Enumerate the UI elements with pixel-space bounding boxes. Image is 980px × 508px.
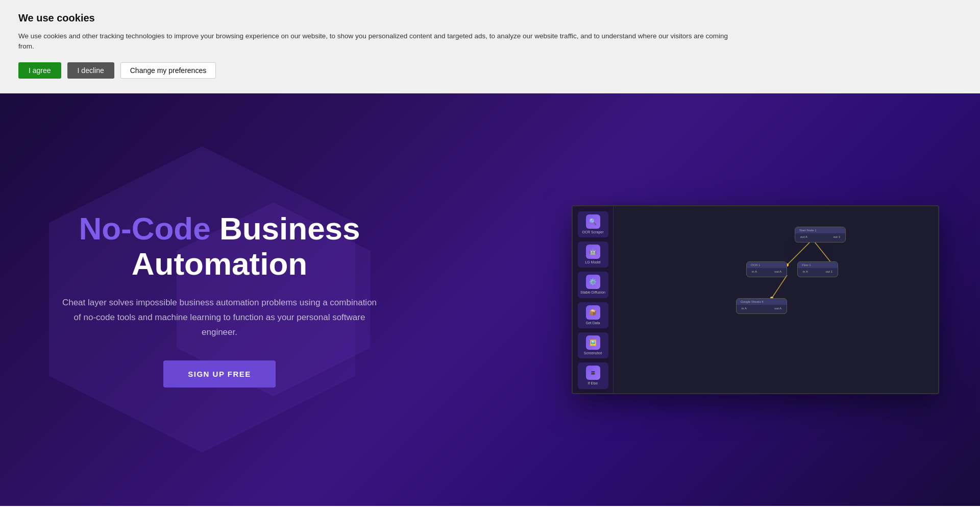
lg-model-label: LG Model [585, 260, 600, 264]
hero-right-content: 🔍 OCR Scraper 🤖 LG Model ⚙️ Stable Diffu… [572, 205, 939, 394]
flow-node-start-header: Start Node 1 [795, 227, 845, 233]
sidebar-tool-get-data[interactable]: 📦 Get Data [578, 302, 608, 328]
change-preferences-button[interactable]: Change my preferences [120, 62, 216, 79]
svg-line-2 [772, 275, 787, 298]
sidebar-tool-lg-model[interactable]: 🤖 LG Model [578, 241, 608, 268]
cookie-description: We use cookies and other tracking techno… [18, 31, 733, 52]
stable-diffusion-label: Stable Diffusion [580, 291, 605, 295]
sidebar-tool-augments[interactable]: A Augments [578, 393, 608, 394]
sidebar-tool-if-else[interactable]: ≡ If Else [578, 362, 608, 389]
flow-node-google-header: Google Sheets 4 [737, 299, 787, 305]
sidebar-tool-stable-diffusion[interactable]: ⚙️ Stable Diffusion [578, 272, 608, 298]
cookie-title: We use cookies [18, 12, 962, 24]
get-data-icon: 📦 [586, 305, 600, 320]
flow-node-start: Start Node 1 out Aout 1 [795, 227, 846, 243]
app-canvas: Start Node 1 out Aout 1 OCR 1 in Aout A … [614, 206, 938, 393]
hero-section: No-Code Business Automation Cheat layer … [0, 93, 980, 506]
flow-node-ocr: OCR 1 in Aout A [746, 261, 787, 277]
cookie-banner: We use cookies We use cookies and other … [0, 0, 980, 93]
ocr-scraper-icon: 🔍 [586, 214, 600, 229]
flow-node-google-sheets: Google Sheets 4 in Aout A [736, 298, 787, 314]
flow-node-flow1-header: Flow 1 [798, 262, 838, 268]
hero-title-highlight: No-Code [79, 211, 210, 246]
flow-node-ocr-header: OCR 1 [747, 262, 787, 268]
stable-diffusion-icon: ⚙️ [586, 275, 600, 289]
cookie-buttons: I agree I decline Change my preferences [18, 62, 962, 79]
flow-node-google-port: in Aout A [742, 307, 781, 310]
flow-node-start-port: out Aout 1 [800, 235, 840, 238]
get-data-label: Get Data [585, 321, 600, 325]
sidebar-tool-screenshot[interactable]: 🖼️ Screenshot [578, 332, 608, 358]
ocr-scraper-label: OCR Scraper [582, 230, 603, 234]
decline-button[interactable]: I decline [67, 62, 114, 79]
screenshot-icon: 🖼️ [586, 335, 600, 350]
hero-title: No-Code Business Automation [61, 211, 378, 281]
flow-node-flow1: Flow 1 in Aout 1 [797, 261, 838, 277]
if-else-icon: ≡ [586, 366, 600, 380]
if-else-label: If Else [588, 381, 598, 385]
flow-node-ocr-port: in Aout A [752, 270, 781, 273]
hero-description: Cheat layer solves impossible business a… [61, 296, 378, 340]
app-sidebar: 🔍 OCR Scraper 🤖 LG Model ⚙️ Stable Diffu… [573, 206, 614, 393]
sidebar-tool-ocr-scraper[interactable]: 🔍 OCR Scraper [578, 211, 608, 237]
app-screenshot: 🔍 OCR Scraper 🤖 LG Model ⚙️ Stable Diffu… [572, 205, 939, 394]
hero-left-content: No-Code Business Automation Cheat layer … [61, 211, 378, 387]
screenshot-label: Screenshot [584, 351, 602, 355]
agree-button[interactable]: I agree [18, 62, 61, 79]
signup-button[interactable]: SIGN UP FREE [163, 360, 276, 388]
flow-node-flow1-port: in Aout 1 [803, 270, 832, 273]
lg-model-icon: 🤖 [586, 245, 600, 259]
